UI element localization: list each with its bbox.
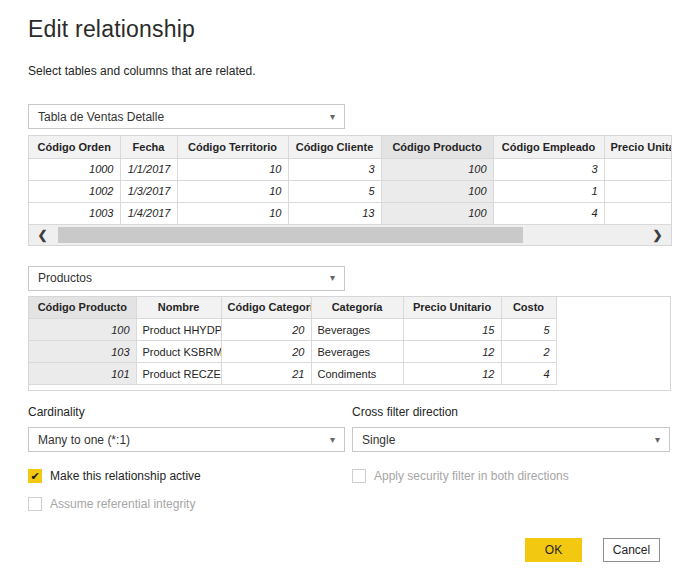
checkbox-icon bbox=[352, 469, 366, 483]
table-row: 10001/1/20171031003 bbox=[29, 158, 671, 180]
table-cell[interactable]: 4 bbox=[501, 363, 556, 385]
table-cell[interactable] bbox=[604, 202, 671, 224]
table-selector-bottom-value: Productos bbox=[38, 271, 92, 285]
table-cell[interactable]: 1000 bbox=[29, 158, 120, 180]
cross-filter-label: Cross filter direction bbox=[352, 405, 670, 419]
table-cell[interactable]: 5 bbox=[501, 319, 556, 341]
dialog-subtitle: Select tables and columns that are relat… bbox=[28, 64, 670, 78]
table-cell[interactable]: 4 bbox=[493, 202, 604, 224]
table-cell[interactable]: 1003 bbox=[29, 202, 120, 224]
table-cell[interactable]: 100 bbox=[381, 202, 493, 224]
table-cell[interactable]: 12 bbox=[403, 341, 501, 363]
table-selector-bottom[interactable]: Productos ▾ bbox=[28, 266, 345, 291]
table-cell[interactable]: 100 bbox=[29, 319, 136, 341]
cancel-button[interactable]: Cancel bbox=[603, 538, 660, 562]
table-cell[interactable]: 100 bbox=[381, 180, 493, 202]
table-cell[interactable]: 21 bbox=[221, 363, 311, 385]
table-row: 101Product RECZE21Condiments124 bbox=[29, 363, 556, 385]
cardinality-select[interactable]: Many to one (*:1) ▾ bbox=[28, 427, 345, 452]
table-row: 10021/3/20171051001 bbox=[29, 180, 671, 202]
page-title: Edit relationship bbox=[28, 16, 670, 43]
cardinality-value: Many to one (*:1) bbox=[38, 433, 130, 447]
table-selector-top[interactable]: Tabla de Ventas Detalle ▾ bbox=[28, 104, 345, 129]
column-header[interactable]: Fecha bbox=[120, 136, 177, 158]
table-cell[interactable]: Product HHYDP bbox=[136, 319, 221, 341]
horizontal-scrollbar[interactable]: ❮ ❯ bbox=[29, 225, 671, 245]
table-selector-top-value: Tabla de Ventas Detalle bbox=[38, 110, 164, 124]
table-cell[interactable]: 20 bbox=[221, 319, 311, 341]
table-cell[interactable]: 10 bbox=[177, 202, 288, 224]
table-cell[interactable] bbox=[604, 180, 671, 202]
table-row: 10031/4/201710131004 bbox=[29, 202, 671, 224]
table-cell[interactable]: 2 bbox=[501, 341, 556, 363]
top-table: Código OrdenFechaCódigo TerritorioCódigo… bbox=[29, 136, 671, 225]
table-cell[interactable]: 5 bbox=[288, 180, 381, 202]
column-header[interactable]: Precio Unita bbox=[604, 136, 671, 158]
table-preview-top: Código OrdenFechaCódigo TerritorioCódigo… bbox=[28, 135, 672, 246]
checkbox-make-relationship-active[interactable]: ✔ Make this relationship active bbox=[28, 469, 352, 483]
chevron-down-icon: ▾ bbox=[330, 112, 335, 122]
column-header[interactable]: Categoría bbox=[311, 297, 403, 319]
table-cell[interactable]: 10 bbox=[177, 158, 288, 180]
checkbox-label: Make this relationship active bbox=[50, 469, 201, 483]
column-header[interactable]: Código Producto bbox=[29, 297, 136, 319]
table-cell[interactable]: 15 bbox=[403, 319, 501, 341]
table-cell[interactable]: 13 bbox=[288, 202, 381, 224]
column-header[interactable]: Código Territorio bbox=[177, 136, 288, 158]
table-cell[interactable]: 1 bbox=[493, 180, 604, 202]
cross-filter-select[interactable]: Single ▾ bbox=[352, 427, 670, 452]
checkbox-label: Apply security filter in both directions bbox=[374, 469, 569, 483]
chevron-down-icon: ▾ bbox=[330, 273, 335, 283]
table-cell[interactable]: 1/3/2017 bbox=[120, 180, 177, 202]
column-header[interactable]: Código Categoria bbox=[221, 297, 311, 319]
cardinality-group: Cardinality Many to one (*:1) ▾ bbox=[28, 405, 345, 452]
table-row: 100Product HHYDP20Beverages155 bbox=[29, 319, 556, 341]
chevron-down-icon: ▾ bbox=[655, 435, 660, 445]
table-preview-bottom: Código ProductoNombreCódigo CategoriaCat… bbox=[28, 296, 671, 392]
edit-relationship-dialog: Edit relationship Select tables and colu… bbox=[0, 0, 683, 562]
table-cell[interactable]: Beverages bbox=[311, 319, 403, 341]
checkbox-icon bbox=[28, 497, 42, 511]
table-cell[interactable]: Product RECZE bbox=[136, 363, 221, 385]
column-header[interactable]: Nombre bbox=[136, 297, 221, 319]
table-cell[interactable]: Beverages bbox=[311, 341, 403, 363]
checkbox-apply-security-filter: Apply security filter in both directions bbox=[352, 469, 670, 483]
cardinality-label: Cardinality bbox=[28, 405, 345, 419]
table-cell[interactable]: 1002 bbox=[29, 180, 120, 202]
table-cell[interactable]: 1/4/2017 bbox=[120, 202, 177, 224]
table-cell[interactable]: 103 bbox=[29, 341, 136, 363]
table-cell[interactable]: Product KSBRM bbox=[136, 341, 221, 363]
column-header[interactable]: Código Cliente bbox=[288, 136, 381, 158]
column-header[interactable]: Código Empleado bbox=[493, 136, 604, 158]
scroll-left-icon[interactable]: ❮ bbox=[29, 228, 56, 242]
table-cell[interactable]: 3 bbox=[493, 158, 604, 180]
chevron-down-icon: ▾ bbox=[330, 435, 335, 445]
column-header[interactable]: Código Producto bbox=[381, 136, 493, 158]
table-cell[interactable]: 20 bbox=[221, 341, 311, 363]
table-cell[interactable] bbox=[604, 158, 671, 180]
cross-filter-value: Single bbox=[362, 433, 395, 447]
column-header[interactable]: Código Orden bbox=[29, 136, 120, 158]
scrollbar-thumb[interactable] bbox=[58, 227, 523, 243]
checkbox-icon[interactable]: ✔ bbox=[28, 469, 42, 483]
table-cell[interactable]: 1/1/2017 bbox=[120, 158, 177, 180]
table-cell[interactable]: 100 bbox=[381, 158, 493, 180]
table-cell[interactable]: 3 bbox=[288, 158, 381, 180]
bottom-table: Código ProductoNombreCódigo CategoriaCat… bbox=[29, 297, 557, 386]
column-header[interactable]: Costo bbox=[501, 297, 556, 319]
table-cell[interactable]: 101 bbox=[29, 363, 136, 385]
table-cell[interactable]: 10 bbox=[177, 180, 288, 202]
scroll-right-icon[interactable]: ❯ bbox=[644, 228, 671, 242]
ok-button[interactable]: OK bbox=[525, 538, 582, 562]
table-cell[interactable]: Condiments bbox=[311, 363, 403, 385]
table-cell[interactable]: 12 bbox=[403, 363, 501, 385]
checkbox-assume-referential-integrity: Assume referential integrity bbox=[28, 497, 352, 511]
scrollbar-track[interactable] bbox=[56, 227, 644, 243]
column-header[interactable]: Precio Unitario bbox=[403, 297, 501, 319]
cross-filter-group: Cross filter direction Single ▾ bbox=[352, 405, 670, 452]
checkbox-label: Assume referential integrity bbox=[50, 497, 195, 511]
table-row: 103Product KSBRM20Beverages122 bbox=[29, 341, 556, 363]
